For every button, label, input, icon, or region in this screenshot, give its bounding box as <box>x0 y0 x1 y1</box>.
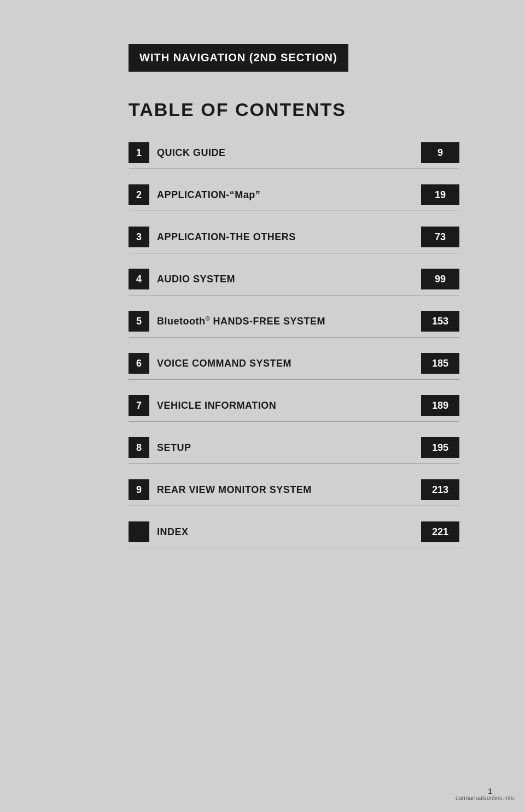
toc-row-3: 3 APPLICATION-THE OTHERS 73 <box>129 227 459 253</box>
toc-label-5: Bluetooth® HANDS-FREE SYSTEM <box>157 315 416 327</box>
toc-row-6: 6 VOICE COMMAND SYSTEM 185 <box>129 353 459 380</box>
toc-row-5: 5 Bluetooth® HANDS-FREE SYSTEM 153 <box>129 311 459 338</box>
toc-number-1: 1 <box>129 142 149 163</box>
toc-label-6: VOICE COMMAND SYSTEM <box>157 358 416 369</box>
toc-row-8: 8 SETUP 195 <box>129 437 459 464</box>
toc-page-8: 195 <box>421 437 459 458</box>
toc-page-4: 99 <box>421 269 459 289</box>
toc-number-7: 7 <box>129 395 149 416</box>
page: WITH NAVIGATION (2ND SECTION) TABLE OF C… <box>0 0 525 812</box>
toc-number-3: 3 <box>129 227 149 247</box>
toc-row-7: 7 VEHICLE INFORMATION 189 <box>129 395 459 422</box>
toc-number-6: 6 <box>129 353 149 374</box>
toc-row-2: 2 APPLICATION-“Map” 19 <box>129 184 459 211</box>
toc-number-4: 4 <box>129 269 149 289</box>
toc-number-2: 2 <box>129 184 149 205</box>
toc-page-2: 19 <box>421 184 459 205</box>
toc-label-4: AUDIO SYSTEM <box>157 274 416 285</box>
toc-label-3: APPLICATION-THE OTHERS <box>157 231 416 243</box>
table-title: TABLE OF CONTENTS <box>129 99 492 120</box>
toc-page-6: 185 <box>421 353 459 374</box>
toc-page-7: 189 <box>421 395 459 416</box>
toc-row-9: 9 REAR VIEW MONITOR SYSTEM 213 <box>129 479 459 506</box>
toc-label-9: REAR VIEW MONITOR SYSTEM <box>157 484 416 496</box>
toc-page-9: 213 <box>421 479 459 500</box>
header-banner-text: WITH NAVIGATION (2ND SECTION) <box>139 51 337 63</box>
toc-number-9: 9 <box>129 479 149 500</box>
toc-page-1: 9 <box>421 142 459 163</box>
toc-label-2: APPLICATION-“Map” <box>157 189 416 201</box>
toc-container: 1 QUICK GUIDE 9 2 APPLICATION-“Map” 19 3… <box>129 142 459 548</box>
toc-label-8: SETUP <box>157 442 416 454</box>
toc-label-1: QUICK GUIDE <box>157 147 416 159</box>
toc-number-index <box>129 521 149 542</box>
toc-row-1: 1 QUICK GUIDE 9 <box>129 142 459 169</box>
header-banner: WITH NAVIGATION (2ND SECTION) <box>129 44 348 72</box>
toc-label-7: VEHICLE INFORMATION <box>157 400 416 411</box>
toc-page-3: 73 <box>421 227 459 247</box>
toc-page-5: 153 <box>421 311 459 332</box>
toc-row-4: 4 AUDIO SYSTEM 99 <box>129 269 459 295</box>
toc-number-8: 8 <box>129 437 149 458</box>
toc-row-index: INDEX 221 <box>129 521 459 548</box>
toc-label-index: INDEX <box>157 526 416 538</box>
watermark: carmanualsonline.info <box>456 794 514 801</box>
toc-number-5: 5 <box>129 311 149 332</box>
toc-page-index: 221 <box>421 521 459 542</box>
